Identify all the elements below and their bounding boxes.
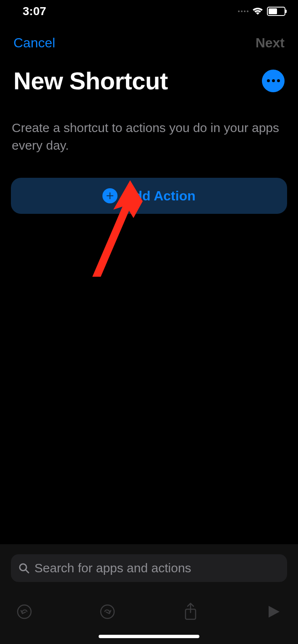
redo-button[interactable] bbox=[98, 602, 117, 621]
svg-point-3 bbox=[101, 605, 114, 618]
status-bar: 3:07 bbox=[0, 0, 298, 23]
home-indicator[interactable] bbox=[99, 635, 199, 638]
ellipsis-icon bbox=[267, 79, 270, 82]
svg-point-2 bbox=[18, 605, 31, 618]
add-action-label: Add Action bbox=[124, 188, 195, 204]
signal-dots-icon bbox=[238, 10, 248, 12]
plus-icon bbox=[102, 188, 118, 203]
add-action-button[interactable]: Add Action bbox=[11, 178, 287, 214]
undo-button[interactable] bbox=[15, 602, 34, 621]
status-indicators bbox=[238, 7, 285, 16]
page-title: New Shortcut bbox=[13, 67, 168, 95]
share-button[interactable] bbox=[181, 602, 200, 621]
search-placeholder: Search for apps and actions bbox=[34, 561, 191, 575]
description-text: Create a shortcut to actions you do in y… bbox=[0, 95, 298, 154]
wifi-icon bbox=[252, 7, 264, 16]
svg-line-1 bbox=[26, 570, 29, 573]
status-time: 3:07 bbox=[23, 5, 46, 18]
battery-icon bbox=[267, 7, 285, 16]
bottom-toolbar bbox=[0, 589, 298, 635]
nav-bar: Cancel Next bbox=[0, 23, 298, 51]
search-input[interactable]: Search for apps and actions bbox=[11, 554, 287, 582]
title-row: New Shortcut bbox=[0, 51, 298, 95]
cancel-button[interactable]: Cancel bbox=[13, 35, 55, 51]
next-button[interactable]: Next bbox=[256, 35, 285, 51]
more-button[interactable] bbox=[262, 70, 285, 92]
bottom-panel: Search for apps and actions bbox=[0, 544, 298, 644]
search-icon bbox=[18, 563, 29, 574]
play-button[interactable] bbox=[264, 602, 283, 621]
